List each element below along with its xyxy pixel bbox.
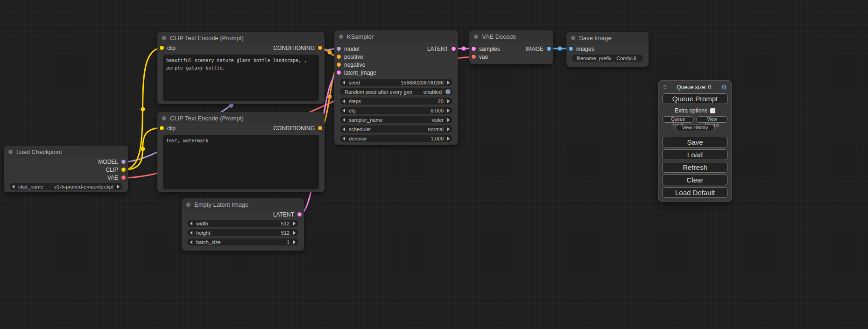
load-default-button[interactable]: Load Default [662,187,728,198]
increment-arrow-icon[interactable] [293,231,296,235]
node-title-bar[interactable]: CLIP Text Encode (Prompt) [157,32,325,44]
prev-value-arrow-icon[interactable] [343,118,345,122]
widget-scheduler[interactable]: scheduler normal [340,126,452,133]
node-clip-text-encode-negative[interactable]: CLIP Text Encode (Prompt) clip CONDITION… [157,112,325,192]
widget-seed[interactable]: seed 156680208700286 [340,79,452,86]
node-title: Save Image [579,35,611,42]
widget-ckpt-name[interactable]: ckpt_name v1-5-pruned-emaonly.ckpt [9,183,122,190]
decrement-arrow-icon[interactable] [343,137,345,140]
node-title-bar[interactable]: Empty Latent Image [182,198,304,210]
load-button[interactable]: Load [662,149,728,160]
input-slot-model[interactable] [337,47,341,51]
settings-gear-icon[interactable]: ⚙ [721,84,727,91]
decrement-arrow-icon[interactable] [190,231,192,235]
decrement-arrow-icon[interactable] [343,81,345,84]
output-label-conditioning: CONDITIONING [273,45,315,51]
output-slot-conditioning[interactable] [318,46,322,50]
widget-sampler-name[interactable]: sampler_name euler [340,116,452,123]
input-slot-positive[interactable] [337,55,341,59]
toggle-knob-icon[interactable] [445,89,451,94]
node-empty-latent-image[interactable]: Empty Latent Image LATENT width 512 heig… [182,198,304,251]
prompt-textarea[interactable]: beautiful scenery nature glass bottle la… [163,55,319,101]
collapse-dot-icon[interactable] [162,36,166,40]
extra-options-checkbox[interactable] [710,108,715,113]
drag-handle-icon[interactable]: ⠿ [663,84,667,91]
input-slot-samples[interactable] [472,47,476,51]
next-value-arrow-icon[interactable] [447,127,450,131]
decrement-arrow-icon[interactable] [343,99,345,103]
output-slot-image[interactable] [547,47,551,51]
input-label-clip: clip [167,45,176,51]
collapse-dot-icon[interactable] [8,150,13,154]
increment-arrow-icon[interactable] [447,109,450,112]
increment-arrow-icon[interactable] [447,99,450,103]
input-slot-images[interactable] [569,47,573,51]
output-slot-vae[interactable] [121,175,126,180]
input-slot-vae[interactable] [472,55,476,59]
next-value-arrow-icon[interactable] [117,185,120,189]
output-slot-model[interactable] [121,160,126,164]
decrement-arrow-icon[interactable] [190,240,192,244]
next-value-arrow-icon[interactable] [447,118,450,122]
output-slot-latent[interactable] [452,47,456,51]
clear-button[interactable]: Clear [662,175,728,185]
input-slot-negative[interactable] [337,63,341,67]
widget-denoise[interactable]: denoise 1.000 [340,135,452,142]
collapse-dot-icon[interactable] [339,35,343,39]
node-clip-text-encode-positive[interactable]: CLIP Text Encode (Prompt) clip CONDITION… [157,32,325,104]
view-history-button[interactable]: View History [675,125,715,131]
queue-front-button[interactable]: Queue Front [662,116,694,123]
node-title-bar[interactable]: KSampler [334,30,458,42]
view-queue-button[interactable]: View Queue [696,116,728,123]
collapse-dot-icon[interactable] [186,203,191,207]
prev-value-arrow-icon[interactable] [343,127,345,131]
queue-prompt-button[interactable]: Queue Prompt [662,93,728,104]
widget-width[interactable]: width 512 [187,220,298,227]
node-save-image[interactable]: Save Image images filename_prefix ComfyU… [566,32,649,67]
node-load-checkpoint[interactable]: Load Checkpoint MODEL CLIP VAE ckpt_name… [4,146,128,192]
node-title-bar[interactable]: CLIP Text Encode (Prompt) [157,112,325,124]
next-value-arrow-icon[interactable] [447,137,450,140]
link-midpoint-dot [141,147,145,151]
output-slot-conditioning[interactable] [318,126,322,130]
widget-height[interactable]: height 512 [187,229,298,236]
widget-value: euler [432,117,444,123]
prompt-textarea[interactable]: text, watermark [163,135,319,189]
output-slot-clip[interactable] [121,168,126,172]
widget-cfg[interactable]: cfg 8.000 [340,107,452,114]
node-vae-decode[interactable]: VAE Decode samples IMAGE vae [469,30,553,64]
collapse-dot-icon[interactable] [571,36,575,40]
collapse-dot-icon[interactable] [162,116,166,120]
input-slot-clip[interactable] [160,126,164,130]
refresh-button[interactable]: Refresh [662,162,728,173]
graph-canvas[interactable]: Load Checkpoint MODEL CLIP VAE ckpt_name… [0,0,868,329]
increment-arrow-icon[interactable] [293,240,296,244]
widget-value: 8.000 [430,108,444,113]
increment-arrow-icon[interactable] [447,81,450,84]
widget-random-seed-toggle[interactable]: Random seed after every gen enabled [340,88,452,95]
widget-label: batch_size [196,239,221,245]
widget-steps[interactable]: steps 20 [340,98,452,105]
widget-filename-prefix[interactable]: filename_prefix ComfyUI [572,55,643,62]
input-label-samples: samples [479,46,500,52]
node-title-bar[interactable]: VAE Decode [469,30,553,42]
collapse-dot-icon[interactable] [474,35,478,39]
prev-value-arrow-icon[interactable] [12,185,14,189]
extra-options-label: Extra options [675,107,707,114]
widget-value: ComfyUI [616,56,636,61]
save-button[interactable]: Save [662,137,728,147]
output-slot-latent[interactable] [297,212,302,217]
increment-arrow-icon[interactable] [293,222,296,225]
node-title-bar[interactable]: Save Image [566,32,649,44]
input-slot-clip[interactable] [160,46,164,50]
decrement-arrow-icon[interactable] [343,109,345,112]
decrement-arrow-icon[interactable] [190,222,192,225]
node-ksampler[interactable]: KSampler model LATENT positive negative [334,30,458,145]
input-label-positive: positive [344,54,363,60]
output-label-image: IMAGE [525,46,543,52]
node-title-bar[interactable]: Load Checkpoint [4,146,128,158]
input-slot-latent-image[interactable] [337,70,341,75]
input-label-clip: clip [167,125,176,132]
widget-batch-size[interactable]: batch_size 1 [187,238,298,245]
node-title: CLIP Text Encode (Prompt) [170,115,244,122]
